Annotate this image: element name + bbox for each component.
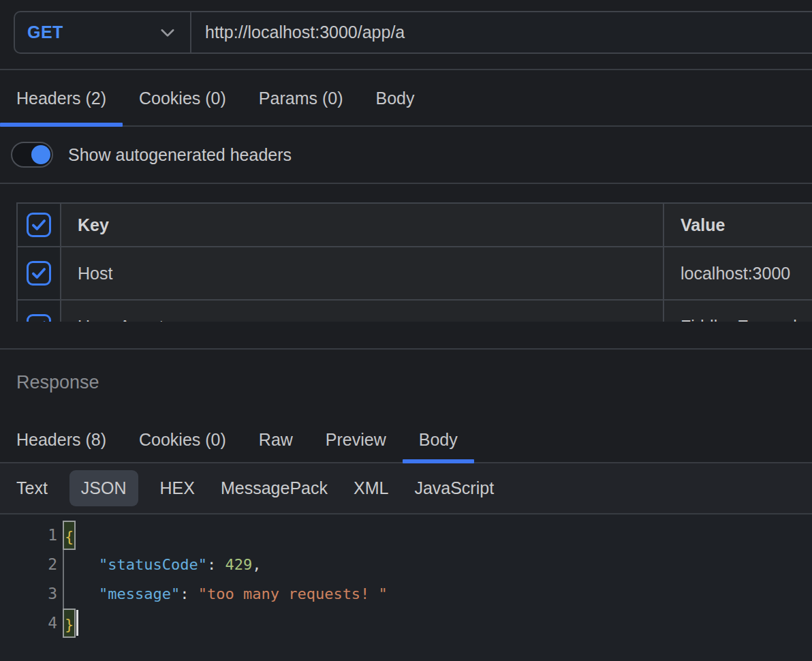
code-token [63, 585, 99, 602]
tab-request-headers[interactable]: Headers (2) [0, 70, 123, 127]
response-section-header: Response [0, 350, 812, 416]
autogenerated-headers-toggle[interactable] [11, 142, 53, 168]
format-messagepack[interactable]: MessagePack [221, 478, 328, 498]
format-hex[interactable]: HEX [160, 478, 195, 498]
response-title: Response [16, 372, 99, 393]
cell-key[interactable]: Host [61, 247, 663, 300]
response-format-bar: Text JSON HEX MessagePack XML JavaScript [0, 463, 812, 514]
code-line: 1 { [0, 521, 812, 550]
column-header-key: Key [61, 203, 663, 247]
autogenerated-headers-row: Show autogenerated headers [0, 127, 812, 184]
column-header-value: Value [663, 203, 812, 247]
cell-value[interactable]: Fiddler Everywhere [663, 300, 812, 322]
cell-value[interactable]: localhost:3000 [663, 247, 812, 300]
table-row: Host localhost:3000 [17, 247, 812, 300]
format-javascript[interactable]: JavaScript [414, 478, 494, 498]
tab-response-raw[interactable]: Raw [243, 416, 309, 463]
code-line: 2 "statusCode": 429, [0, 550, 812, 579]
cell-key[interactable]: User-Agent [61, 300, 663, 322]
open-brace: { [65, 528, 74, 545]
tab-request-params[interactable]: Params (0) [243, 70, 360, 127]
line-number: 2 [0, 550, 59, 579]
code-token-key: "message" [99, 585, 180, 602]
request-tabs: Headers (2) Cookies (0) Params (0) Body [0, 70, 812, 127]
request-headers-section: Key Value Host localhost:3000 User [0, 184, 812, 350]
format-text[interactable]: Text [16, 478, 48, 498]
code-token: : [207, 556, 225, 573]
text-cursor [76, 610, 78, 636]
headers-table-clip: Key Value Host localhost:3000 User [16, 202, 812, 322]
code-token-string: "too many requests! " [198, 585, 388, 602]
code-token-key: "statusCode" [99, 556, 207, 573]
indent-guide [63, 550, 64, 609]
code-token: , [252, 556, 261, 573]
line-number: 3 [0, 579, 59, 609]
response-body-editor[interactable]: 1 { 2 "statusCode": 429, 3 "message": "t… [0, 514, 812, 661]
tab-request-cookies[interactable]: Cookies (0) [123, 70, 243, 127]
row-checkbox[interactable] [27, 261, 51, 286]
url-input[interactable]: http://localhost:3000/app/a [191, 22, 812, 42]
response-tabs: Headers (8) Cookies (0) Raw Preview Body [0, 416, 812, 463]
open-brace-highlight: { [63, 521, 76, 550]
toggle-label: Show autogenerated headers [68, 145, 292, 165]
tab-response-preview[interactable]: Preview [309, 416, 403, 463]
close-brace-highlight: } [63, 609, 76, 638]
tab-response-body[interactable]: Body [403, 416, 474, 463]
code-token: : [180, 585, 198, 602]
chevron-down-icon [157, 22, 178, 43]
table-row: User-Agent Fiddler Everywhere [17, 300, 812, 322]
toggle-knob [31, 145, 50, 164]
request-url-bar: GET http://localhost:3000/app/a [0, 0, 812, 70]
headers-table-header-row: Key Value [17, 203, 812, 247]
headers-table: Key Value Host localhost:3000 User [16, 202, 812, 322]
close-brace: } [65, 616, 74, 633]
tab-response-cookies[interactable]: Cookies (0) [123, 416, 243, 463]
tab-request-body[interactable]: Body [359, 70, 431, 127]
format-json[interactable]: JSON [69, 470, 138, 506]
row-checkbox[interactable] [27, 314, 51, 322]
line-number: 4 [0, 609, 59, 638]
method-label: GET [27, 22, 63, 42]
method-dropdown[interactable]: GET [15, 12, 190, 52]
format-xml[interactable]: XML [354, 478, 388, 498]
code-line: 4 } [0, 609, 812, 638]
code-token-number: 429 [225, 556, 252, 573]
code-line: 3 "message": "too many requests! " [0, 579, 812, 609]
tab-response-headers[interactable]: Headers (8) [0, 416, 123, 463]
select-all-checkbox[interactable] [27, 213, 51, 237]
url-control: GET http://localhost:3000/app/a [14, 11, 812, 54]
code-token [63, 556, 99, 573]
line-number: 1 [0, 521, 59, 550]
